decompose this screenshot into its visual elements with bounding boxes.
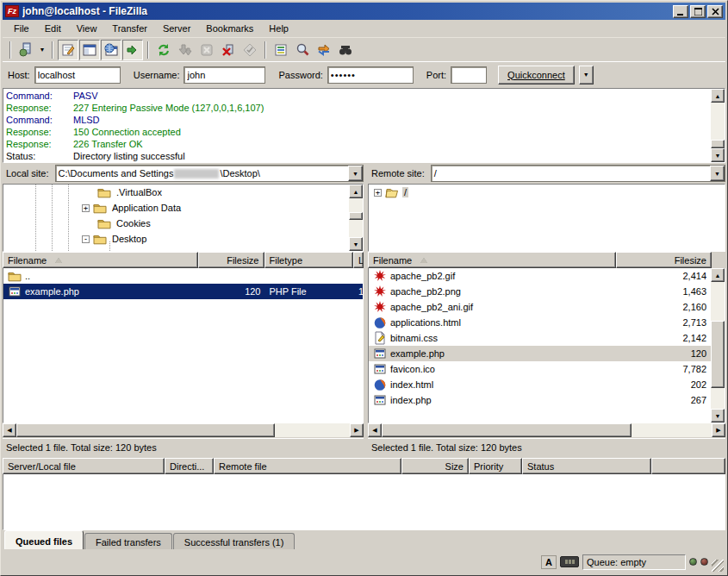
site-manager-button[interactable] — [16, 40, 36, 60]
file-row-selected[interactable]: example.php120 — [369, 346, 711, 361]
username-input[interactable] — [184, 66, 265, 84]
file-row-selected[interactable]: example.php 120 PHP File 1 — [3, 284, 363, 299]
scroll-right-icon[interactable]: ▶ — [350, 423, 364, 437]
menu-help[interactable]: Help — [261, 21, 296, 36]
menu-file[interactable]: File — [6, 21, 37, 36]
cancel-operation-button[interactable] — [196, 40, 217, 60]
toggle-message-log-button[interactable] — [58, 40, 78, 60]
encryption-status-icon[interactable] — [560, 556, 579, 567]
file-row[interactable]: favicon.ico7,782 — [369, 361, 711, 377]
toggle-transfer-queue-button[interactable] — [122, 40, 143, 60]
local-hscrollbar[interactable]: ◀ ▶ — [3, 423, 364, 437]
menu-bookmarks[interactable]: Bookmarks — [198, 21, 261, 36]
scroll-down-icon[interactable]: ▼ — [711, 409, 725, 423]
tree-item[interactable]: .VirtualBox — [3, 185, 349, 200]
local-path-prefix: C:\Documents and Settings — [56, 168, 174, 178]
menu-edit[interactable]: Edit — [37, 21, 69, 36]
tree-item[interactable]: + / — [369, 185, 725, 200]
file-row[interactable]: applications.html2,713 — [369, 315, 711, 330]
scroll-left-icon[interactable]: ◀ — [3, 423, 16, 437]
password-input[interactable] — [327, 66, 414, 84]
collapse-icon[interactable]: - — [82, 235, 90, 243]
file-row[interactable]: apache_pb2.png1,463 — [369, 284, 711, 299]
remote-path-dropdown[interactable]: ▼ — [710, 166, 725, 181]
tab-queued-files[interactable]: Queued files — [4, 530, 84, 549]
firefox-icon — [373, 378, 387, 391]
titlebar[interactable]: Fz john@localhost - FileZilla — [3, 3, 725, 20]
column-header-filesize[interactable]: Filesize — [198, 252, 264, 268]
local-path-dropdown[interactable]: ▼ — [348, 166, 363, 181]
column-header-last-modified[interactable]: L — [353, 252, 364, 268]
minimize-button[interactable] — [673, 5, 688, 18]
refresh-button[interactable] — [153, 40, 174, 60]
activity-led-red-icon — [700, 558, 708, 566]
file-row[interactable]: .. — [3, 268, 363, 284]
file-row[interactable]: apache_pb2_ani.gif2,160 — [369, 299, 711, 315]
tab-failed-transfers[interactable]: Failed transfers — [84, 533, 172, 549]
remote-path-combo[interactable]: / ▼ — [431, 165, 725, 182]
quickconnect-dropdown[interactable]: ▼ — [579, 66, 594, 85]
tree-item[interactable]: + Application Data — [3, 200, 349, 216]
menu-view[interactable]: View — [69, 21, 105, 36]
remote-hscrollbar[interactable]: ◀ ▶ — [368, 423, 725, 437]
toggle-local-tree-button[interactable] — [79, 40, 100, 60]
scroll-down-icon[interactable]: ▼ — [349, 237, 363, 251]
scroll-thumb[interactable] — [349, 212, 363, 220]
column-header-filename[interactable]: Filename — [3, 252, 198, 268]
process-queue-button[interactable] — [175, 40, 196, 60]
abort-button[interactable] — [240, 40, 260, 60]
file-row[interactable]: apache_pb2.gif2,414 — [369, 268, 711, 284]
column-header-direction[interactable]: Directi... — [165, 458, 214, 474]
menu-transfer[interactable]: Transfer — [104, 21, 155, 36]
column-header-status[interactable]: Status — [522, 458, 651, 474]
scroll-thumb[interactable] — [16, 423, 275, 437]
column-header-size[interactable]: Size — [401, 458, 469, 474]
site-manager-dropdown[interactable]: ▼ — [37, 40, 47, 60]
scroll-up-icon[interactable]: ▲ — [711, 89, 725, 103]
port-input[interactable] — [451, 66, 487, 84]
column-header-priority[interactable]: Priority — [469, 458, 522, 474]
menu-server[interactable]: Server — [155, 21, 198, 36]
column-header-remote-file[interactable]: Remote file — [214, 458, 401, 474]
tree-item[interactable]: - Desktop — [3, 231, 349, 247]
data-type-indicator-icon[interactable]: A — [541, 555, 557, 569]
disconnect-button[interactable] — [218, 40, 239, 60]
expand-icon[interactable]: + — [374, 189, 382, 197]
tree-item[interactable]: Cookies — [3, 216, 349, 231]
column-header-filename[interactable]: Filename — [368, 252, 616, 268]
expand-icon[interactable]: + — [82, 204, 90, 212]
local-tree-scrollbar[interactable]: ▲ ▼ — [349, 185, 363, 251]
filter-icon — [274, 43, 288, 57]
scroll-thumb[interactable] — [382, 423, 632, 437]
file-row[interactable]: index.php267 — [369, 392, 711, 408]
local-path-combo[interactable]: C:\Documents and Settings\Desktop\ ▼ — [55, 165, 364, 182]
remote-root[interactable]: / — [402, 187, 408, 197]
maximize-button[interactable] — [690, 5, 706, 18]
scroll-thumb[interactable] — [711, 140, 725, 148]
scroll-up-icon[interactable]: ▲ — [349, 185, 363, 198]
file-row[interactable]: index.html202 — [369, 377, 711, 392]
scroll-thumb[interactable] — [711, 321, 725, 388]
directory-filters-button[interactable] — [271, 40, 291, 60]
column-header-filesize[interactable]: Filesize — [616, 252, 712, 268]
host-input[interactable] — [34, 66, 121, 84]
scroll-left-icon[interactable]: ◀ — [368, 423, 382, 437]
column-header-server-local-file[interactable]: Server/Local file — [3, 458, 165, 474]
remote-vscrollbar[interactable]: ▲ ▼ — [711, 268, 725, 423]
toggle-remote-tree-button[interactable] — [101, 40, 121, 60]
scroll-down-icon[interactable]: ▼ — [711, 148, 725, 162]
directory-comparison-button[interactable] — [292, 40, 313, 60]
close-button[interactable] — [707, 5, 723, 18]
find-files-button[interactable] — [335, 40, 356, 60]
scroll-right-icon[interactable]: ▶ — [712, 423, 725, 437]
status-bar: A Queue: empty — [3, 552, 725, 573]
quickconnect-button[interactable]: Quickconnect — [498, 66, 575, 85]
file-row[interactable]: bitnami.css2,142 — [369, 330, 711, 346]
tab-successful-transfers[interactable]: Successful transfers (1) — [173, 533, 296, 549]
scroll-up-icon[interactable]: ▲ — [711, 268, 725, 282]
resize-grip[interactable] — [712, 560, 724, 572]
column-header-filetype[interactable]: Filetype — [264, 252, 354, 268]
queue-body[interactable] — [3, 474, 725, 530]
synchronized-browsing-button[interactable] — [314, 40, 334, 60]
log-scrollbar[interactable]: ▲ ▼ — [711, 89, 725, 162]
